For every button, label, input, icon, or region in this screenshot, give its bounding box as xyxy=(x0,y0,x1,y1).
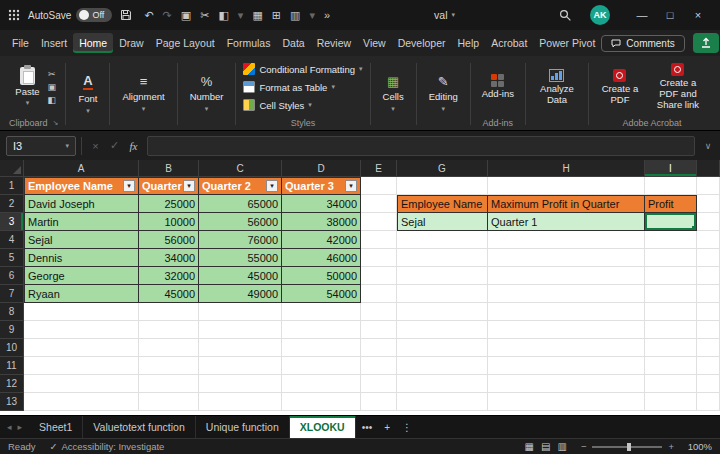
row-header-12[interactable]: 12 xyxy=(0,375,24,393)
cell-C8[interactable] xyxy=(199,303,282,321)
cell-G10[interactable] xyxy=(397,339,488,357)
accessibility-status[interactable]: ✓ Accessibility: Investigate xyxy=(49,441,164,452)
cell-I3[interactable] xyxy=(645,213,697,231)
cell-A10[interactable] xyxy=(24,339,139,357)
cell-E10[interactable] xyxy=(361,339,397,357)
cell-H2[interactable]: Maximum Profit in Quarter xyxy=(488,195,645,213)
ribbon-tab-draw[interactable]: Draw xyxy=(113,33,150,53)
sheet-options-icon[interactable]: ⋮ xyxy=(396,422,418,433)
add-ins-icon[interactable]: ⊞ xyxy=(272,9,281,22)
cell-B5[interactable]: 34000 xyxy=(139,249,199,267)
cell-D7[interactable]: 54000 xyxy=(282,285,361,303)
cell-A6[interactable]: George xyxy=(24,267,139,285)
filter-button[interactable]: ▾ xyxy=(266,180,278,192)
cancel-icon[interactable]: × xyxy=(87,140,104,152)
cell-G12[interactable] xyxy=(397,375,488,393)
editing-button[interactable]: ✎ Editing ▾ xyxy=(424,58,463,130)
filter-button[interactable]: ▾ xyxy=(183,180,195,192)
dropdown-icon[interactable]: ▾ xyxy=(309,9,315,22)
name-box[interactable]: I3 ▾ xyxy=(6,136,76,156)
cell-D10[interactable] xyxy=(282,339,361,357)
zoom-slider-knob[interactable] xyxy=(627,443,631,451)
ribbon-tab-file[interactable]: File xyxy=(6,33,35,53)
cell-G11[interactable] xyxy=(397,357,488,375)
ribbon-tab-insert[interactable]: Insert xyxy=(35,33,73,53)
dropdown-icon[interactable]: ▾ xyxy=(238,9,244,22)
enter-icon[interactable]: ✓ xyxy=(106,139,123,152)
tab-scroll-left-icon[interactable]: ◂ xyxy=(4,422,15,432)
cell-G3[interactable]: Sejal xyxy=(397,213,488,231)
row-header-2[interactable]: 2 xyxy=(0,195,24,213)
cell-E12[interactable] xyxy=(361,375,397,393)
undo-icon[interactable]: ↶ xyxy=(144,9,153,22)
share-button[interactable] xyxy=(693,33,719,53)
cell-I10[interactable] xyxy=(645,339,697,357)
row-header-4[interactable]: 4 xyxy=(0,231,24,249)
cell-C13[interactable] xyxy=(199,393,282,411)
cell-B2[interactable]: 25000 xyxy=(139,195,199,213)
cell-I13[interactable] xyxy=(645,393,697,411)
font-button[interactable]: A Font ▾ xyxy=(73,58,102,130)
more-sheets-icon[interactable]: ••• xyxy=(356,422,379,433)
app-launcher-icon[interactable] xyxy=(8,9,20,21)
conditional-formatting-button[interactable]: Conditional Formatting ▾ xyxy=(243,61,362,77)
insert-function-icon[interactable]: fx xyxy=(125,140,142,152)
zoom-level[interactable]: 100% xyxy=(680,441,712,452)
cell-H12[interactable] xyxy=(488,375,645,393)
maximize-button[interactable]: □ xyxy=(656,9,684,21)
row-header-8[interactable]: 8 xyxy=(0,303,24,321)
row-header-10[interactable]: 10 xyxy=(0,339,24,357)
ribbon-tab-review[interactable]: Review xyxy=(311,33,357,53)
column-header-E[interactable]: E xyxy=(361,160,397,177)
cell-E1[interactable] xyxy=(361,177,397,195)
cell-A7[interactable]: Ryaan xyxy=(24,285,139,303)
more-commands-icon[interactable]: » xyxy=(324,9,330,21)
cell-G4[interactable] xyxy=(397,231,488,249)
column-header-C[interactable]: C xyxy=(199,160,282,177)
cell-H10[interactable] xyxy=(488,339,645,357)
cell-A4[interactable]: Sejal xyxy=(24,231,139,249)
cell-I5[interactable] xyxy=(645,249,697,267)
comments-button[interactable]: Comments xyxy=(601,35,684,52)
cut-icon[interactable]: ✂ xyxy=(48,69,57,79)
cell-H7[interactable] xyxy=(488,285,645,303)
cell-H5[interactable] xyxy=(488,249,645,267)
cell-D5[interactable]: 46000 xyxy=(282,249,361,267)
cell-D11[interactable] xyxy=(282,357,361,375)
format-painter-icon[interactable]: ◧ xyxy=(218,9,228,22)
cell-A9[interactable] xyxy=(24,321,139,339)
ribbon-tab-acrobat[interactable]: Acrobat xyxy=(485,33,533,53)
cell-E4[interactable] xyxy=(361,231,397,249)
cell-C2[interactable]: 65000 xyxy=(199,195,282,213)
cell-I7[interactable] xyxy=(645,285,697,303)
ribbon-tab-formulas[interactable]: Formulas xyxy=(221,33,277,53)
cell-B6[interactable]: 32000 xyxy=(139,267,199,285)
ribbon-tab-home[interactable]: Home xyxy=(73,33,113,53)
cell-G7[interactable] xyxy=(397,285,488,303)
cell-I11[interactable] xyxy=(645,357,697,375)
minimize-button[interactable]: — xyxy=(628,9,656,21)
zoom-out-button[interactable]: − xyxy=(581,441,587,452)
page-layout-view-icon[interactable]: ▤ xyxy=(541,441,550,452)
cell-B8[interactable] xyxy=(139,303,199,321)
table-icon[interactable]: ▦ xyxy=(252,9,262,22)
cell-B11[interactable] xyxy=(139,357,199,375)
cell-I12[interactable] xyxy=(645,375,697,393)
analyze-data-button[interactable]: Analyze Data xyxy=(533,66,581,109)
row-header-13[interactable]: 13 xyxy=(0,393,24,411)
cell-D4[interactable]: 42000 xyxy=(282,231,361,249)
cell-H6[interactable] xyxy=(488,267,645,285)
zoom-in-button[interactable]: + xyxy=(668,441,674,452)
cell-styles-button[interactable]: Cell Styles ▾ xyxy=(243,97,311,113)
sheet-tab-sheet1[interactable]: Sheet1 xyxy=(29,416,83,438)
select-all-corner[interactable] xyxy=(0,160,24,177)
cell-C6[interactable]: 45000 xyxy=(199,267,282,285)
ribbon-tab-help[interactable]: Help xyxy=(452,33,486,53)
cell-D9[interactable] xyxy=(282,321,361,339)
ribbon-tab-developer[interactable]: Developer xyxy=(392,33,452,53)
tab-scroll-right-icon[interactable]: ▸ xyxy=(15,422,26,432)
cell-I6[interactable] xyxy=(645,267,697,285)
cell-C11[interactable] xyxy=(199,357,282,375)
cell-G13[interactable] xyxy=(397,393,488,411)
cell-B4[interactable]: 56000 xyxy=(139,231,199,249)
